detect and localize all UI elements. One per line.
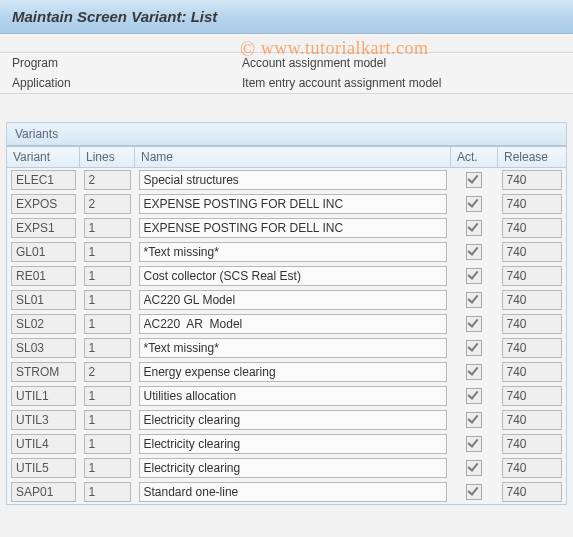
lines-field[interactable] [84, 482, 131, 502]
variants-section-title: Variants [6, 122, 567, 146]
variant-field[interactable] [11, 290, 76, 310]
active-checkbox[interactable] [466, 244, 482, 260]
name-field[interactable] [139, 458, 447, 478]
name-field[interactable] [139, 218, 447, 238]
name-field[interactable] [139, 266, 447, 286]
release-field[interactable] [502, 386, 563, 406]
active-checkbox[interactable] [466, 172, 482, 188]
variants-table: Variant Lines Name Act. Release [6, 146, 567, 505]
lines-field[interactable] [84, 434, 131, 454]
name-field[interactable] [139, 194, 447, 214]
name-field[interactable] [139, 434, 447, 454]
release-field[interactable] [502, 458, 563, 478]
release-field[interactable] [502, 434, 563, 454]
table-row[interactable] [7, 240, 567, 264]
col-header-lines[interactable]: Lines [80, 147, 135, 168]
active-checkbox[interactable] [466, 388, 482, 404]
active-checkbox[interactable] [466, 292, 482, 308]
info-block: Program Account assignment model Applica… [0, 52, 573, 94]
active-checkbox[interactable] [466, 268, 482, 284]
page-title: Maintain Screen Variant: List [12, 8, 561, 25]
release-field[interactable] [502, 338, 563, 358]
lines-field[interactable] [84, 386, 131, 406]
table-row[interactable] [7, 432, 567, 456]
active-checkbox[interactable] [466, 196, 482, 212]
table-header-row: Variant Lines Name Act. Release [7, 147, 567, 168]
lines-field[interactable] [84, 266, 131, 286]
table-row[interactable] [7, 312, 567, 336]
lines-field[interactable] [84, 458, 131, 478]
variant-field[interactable] [11, 434, 76, 454]
release-field[interactable] [502, 218, 563, 238]
name-field[interactable] [139, 314, 447, 334]
lines-field[interactable] [84, 314, 131, 334]
lines-field[interactable] [84, 242, 131, 262]
table-row[interactable] [7, 264, 567, 288]
application-value: Item entry account assignment model [242, 76, 441, 90]
name-field[interactable] [139, 362, 447, 382]
table-row[interactable] [7, 384, 567, 408]
variant-field[interactable] [11, 242, 76, 262]
lines-field[interactable] [84, 362, 131, 382]
release-field[interactable] [502, 290, 563, 310]
title-bar: Maintain Screen Variant: List [0, 0, 573, 34]
variant-field[interactable] [11, 170, 76, 190]
table-row[interactable] [7, 408, 567, 432]
release-field[interactable] [502, 266, 563, 286]
variants-section: Variants Variant Lines Name Act. Release [0, 122, 573, 511]
name-field[interactable] [139, 170, 447, 190]
release-field[interactable] [502, 482, 563, 502]
name-field[interactable] [139, 338, 447, 358]
active-checkbox[interactable] [466, 364, 482, 380]
release-field[interactable] [502, 410, 563, 430]
release-field[interactable] [502, 362, 563, 382]
name-field[interactable] [139, 242, 447, 262]
variant-field[interactable] [11, 362, 76, 382]
table-row[interactable] [7, 288, 567, 312]
table-row[interactable] [7, 336, 567, 360]
lines-field[interactable] [84, 410, 131, 430]
variant-field[interactable] [11, 410, 76, 430]
lines-field[interactable] [84, 194, 131, 214]
table-row[interactable] [7, 480, 567, 505]
lines-field[interactable] [84, 338, 131, 358]
active-checkbox[interactable] [466, 460, 482, 476]
release-field[interactable] [502, 314, 563, 334]
application-label: Application [12, 76, 242, 90]
table-row[interactable] [7, 192, 567, 216]
release-field[interactable] [502, 242, 563, 262]
program-value: Account assignment model [242, 56, 386, 70]
col-header-name[interactable]: Name [135, 147, 451, 168]
lines-field[interactable] [84, 218, 131, 238]
col-header-variant[interactable]: Variant [7, 147, 80, 168]
lines-field[interactable] [84, 170, 131, 190]
active-checkbox[interactable] [466, 340, 482, 356]
table-row[interactable] [7, 456, 567, 480]
name-field[interactable] [139, 386, 447, 406]
lines-field[interactable] [84, 290, 131, 310]
table-row[interactable] [7, 168, 567, 193]
active-checkbox[interactable] [466, 484, 482, 500]
active-checkbox[interactable] [466, 316, 482, 332]
variant-field[interactable] [11, 338, 76, 358]
name-field[interactable] [139, 482, 447, 502]
release-field[interactable] [502, 194, 563, 214]
variant-field[interactable] [11, 314, 76, 334]
col-header-release[interactable]: Release [498, 147, 567, 168]
name-field[interactable] [139, 290, 447, 310]
active-checkbox[interactable] [466, 220, 482, 236]
variant-field[interactable] [11, 194, 76, 214]
variant-field[interactable] [11, 386, 76, 406]
program-label: Program [12, 56, 242, 70]
variant-field[interactable] [11, 266, 76, 286]
active-checkbox[interactable] [466, 412, 482, 428]
active-checkbox[interactable] [466, 436, 482, 452]
variant-field[interactable] [11, 458, 76, 478]
table-row[interactable] [7, 360, 567, 384]
col-header-act[interactable]: Act. [451, 147, 498, 168]
table-row[interactable] [7, 216, 567, 240]
name-field[interactable] [139, 410, 447, 430]
release-field[interactable] [502, 170, 563, 190]
variant-field[interactable] [11, 218, 76, 238]
variant-field[interactable] [11, 482, 76, 502]
